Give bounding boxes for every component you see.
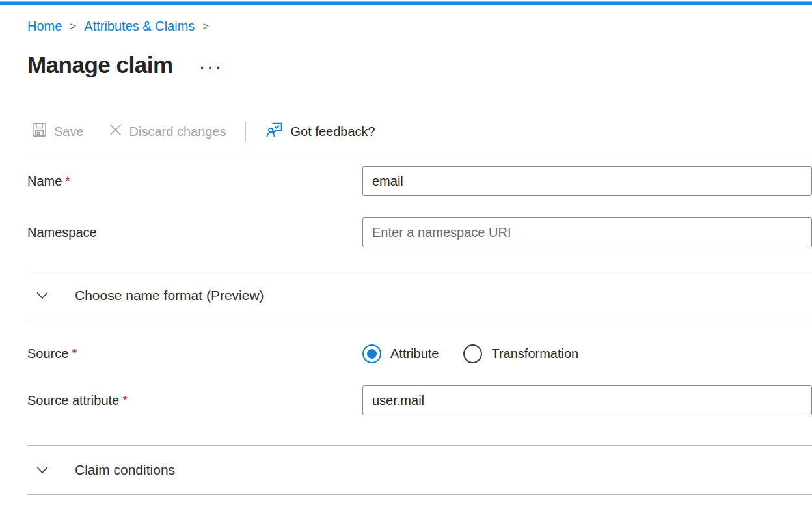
source-radio-attribute[interactable]: Attribute <box>362 344 439 363</box>
choose-name-format-section-title: Choose name format (Preview) <box>75 288 264 303</box>
source-radio-transformation-label: Transformation <box>491 346 578 361</box>
chevron-down-icon <box>36 465 49 475</box>
toolbar-divider <box>245 122 246 141</box>
breadcrumb: Home > Attributes & Claims > <box>27 19 812 34</box>
title-row: Manage claim ··· <box>27 52 812 78</box>
x-icon <box>109 123 122 140</box>
toolbar-bottom-divider <box>27 152 812 152</box>
chevron-down-icon <box>36 291 49 300</box>
namespace-field-label: Namespace <box>27 225 362 240</box>
breadcrumb-separator-icon: > <box>70 20 76 33</box>
got-feedback-button[interactable]: Got feedback? <box>265 117 377 146</box>
source-radio-transformation[interactable]: Transformation <box>463 344 578 363</box>
name-input[interactable] <box>362 166 812 196</box>
portal-accent-bar <box>0 1 812 5</box>
source-attribute-field-row: Source attribute* <box>27 385 812 415</box>
required-asterisk: * <box>72 346 77 361</box>
required-asterisk: * <box>122 393 128 407</box>
command-toolbar: Save Discard changes Got fee <box>27 116 812 147</box>
radio-unselected-icon <box>463 344 482 363</box>
choose-name-format-section-header[interactable]: Choose name format (Preview) <box>27 271 812 320</box>
section-divider <box>27 320 812 320</box>
context-menu-button[interactable]: ··· <box>200 65 224 72</box>
namespace-field-row: Namespace <box>27 217 812 247</box>
claim-conditions-section-title: Claim conditions <box>75 462 175 478</box>
name-field-label: Name* <box>27 174 362 189</box>
source-attribute-input[interactable] <box>362 385 812 415</box>
name-field-row: Name* <box>27 166 812 196</box>
discard-changes-label: Discard changes <box>129 124 226 139</box>
section-divider <box>27 494 812 495</box>
breadcrumb-home-link[interactable]: Home <box>27 19 62 34</box>
required-asterisk: * <box>65 174 70 188</box>
page-content: Home > Attributes & Claims > Manage clai… <box>0 19 812 495</box>
source-radio-attribute-label: Attribute <box>390 346 439 361</box>
save-button-label: Save <box>54 124 84 139</box>
person-chat-check-icon <box>266 121 284 142</box>
breadcrumb-separator-icon: > <box>202 20 209 33</box>
got-feedback-label: Got feedback? <box>291 124 375 139</box>
source-field-label: Source* <box>27 346 362 361</box>
floppy-disk-icon <box>32 122 47 141</box>
breadcrumb-attributes-claims-link[interactable]: Attributes & Claims <box>84 19 195 34</box>
page-title: Manage claim <box>27 52 173 78</box>
radio-selected-icon <box>362 344 381 363</box>
source-radio-group: Attribute Transformation <box>362 344 578 363</box>
source-field-row: Source* Attribute Transformation <box>27 338 812 369</box>
claim-conditions-section-header[interactable]: Claim conditions <box>27 446 812 494</box>
source-attribute-field-label: Source attribute* <box>27 393 362 408</box>
namespace-input[interactable] <box>362 217 812 247</box>
discard-changes-button[interactable]: Discard changes <box>107 119 228 144</box>
save-button[interactable]: Save <box>31 118 85 145</box>
